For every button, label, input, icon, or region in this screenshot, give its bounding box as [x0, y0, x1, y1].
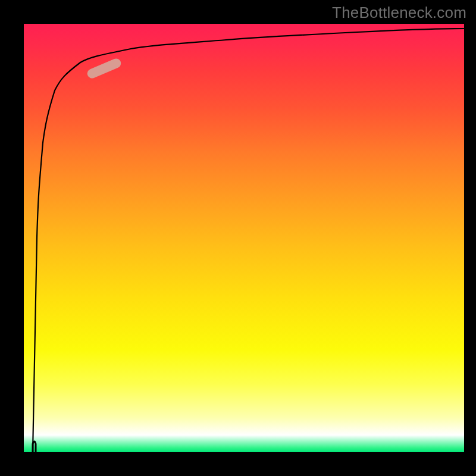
curve-svg	[24, 24, 464, 452]
watermark-text: TheBottleneck.com	[332, 4, 466, 22]
main-curve	[33, 29, 464, 452]
chart-container: TheBottleneck.com	[0, 0, 476, 476]
